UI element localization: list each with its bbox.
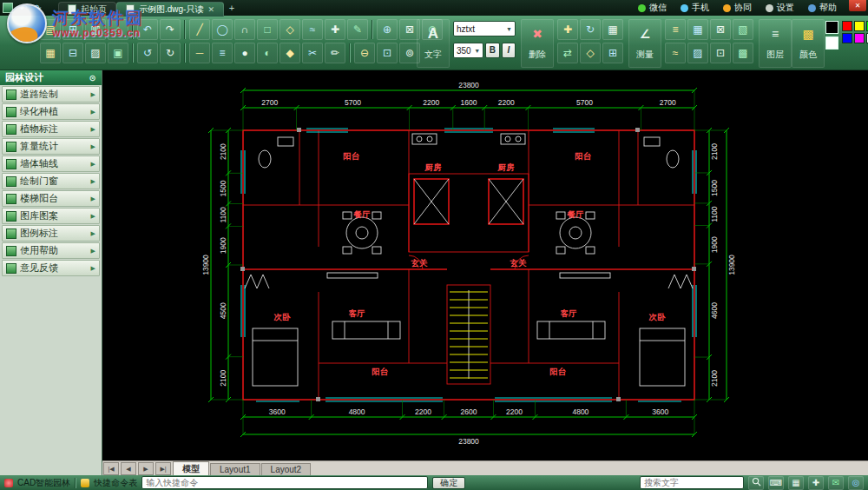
tool-r2-icon-13[interactable]: ✂ [302,43,323,63]
dim-bottom: 2200 [506,407,523,416]
toolbar-separator [184,43,186,63]
tool-r2-icon-0[interactable]: ▦ [40,43,61,63]
plus-icon[interactable]: ✚ [808,476,824,490]
layout-tabbar: |◀ ◀ ▶ ▶| 模型 Layout1 Layout2 [102,460,868,476]
sidebar-item-library-patterns[interactable]: 图库图案 ▶ [2,208,100,224]
tool-r2-icon-6[interactable]: ↻ [160,43,181,63]
sidebar-item-wall-axis[interactable]: 墙体轴线 ▶ [2,156,100,172]
tool-r1-icon-8[interactable]: ╱ [189,19,210,40]
tool-r1-icon-6[interactable]: ↷ [160,19,181,40]
text-tool-label: 文字 [418,48,449,61]
search-icon[interactable] [748,476,764,490]
tool-r1-icon-11[interactable]: □ [257,19,278,40]
view-icon-6[interactable]: ⊡ [710,43,731,63]
tool-r2-icon-10[interactable]: ● [234,43,255,63]
font-size-value: 350 [457,46,471,56]
measure-button[interactable]: ∠ 测量 [628,19,661,68]
view-icon-4[interactable]: ≈ [665,43,686,63]
delete-button[interactable]: ✖ 删除 [521,19,554,68]
tool-r2-icon-17[interactable]: ⊡ [377,43,398,63]
tool-r2-icon-9[interactable]: ≡ [212,43,233,63]
font-family-select[interactable]: hztxt ▼ [453,21,516,36]
sidebar-item-feedback[interactable]: 意见反馈 ▶ [2,260,100,276]
drawing-canvas[interactable]: 2700570022001600220057002700238003600480… [102,70,868,460]
modify-icon-1[interactable]: ↻ [580,19,601,40]
prev-layout-button[interactable]: ◀ [121,462,136,475]
color-swatch-0[interactable] [842,21,852,31]
sidebar-item-help[interactable]: 使用帮助 ▶ [2,242,100,259]
wechat-button[interactable]: 微信 [631,0,674,16]
sidebar-item-plant-annotation[interactable]: 植物标注 ▶ [2,121,100,137]
phone-button[interactable]: 手机 [674,0,716,16]
view-icon-7[interactable]: ▩ [733,43,753,63]
chat-icon[interactable]: ✉ [828,476,844,490]
color-swatch-5[interactable] [854,33,865,43]
tab-layout1[interactable]: Layout1 [210,463,260,475]
ok-button[interactable]: 确定 [432,477,465,489]
tool-r2-icon-11[interactable]: ◐ [257,43,278,63]
sidebar-item-legend-annotation[interactable]: 图例标注 ▶ [2,225,100,242]
globe-icon[interactable]: ◎ [848,476,864,490]
view-icon-0[interactable]: ≡ [665,19,686,40]
view-icon-3[interactable]: ▧ [733,19,753,40]
modify-icon-3[interactable]: ⇄ [557,43,578,63]
tool-r1-icon-9[interactable]: ◯ [212,19,233,40]
view-icon-2[interactable]: ⊠ [710,19,731,40]
next-layout-button[interactable]: ▶ [138,462,154,475]
pin-icon[interactable]: ⊙ [89,73,96,83]
tool-r2-icon-2[interactable]: ▨ [85,43,106,63]
swatch-black[interactable] [825,21,838,34]
sidebar-header: 园林设计 ⊙ [0,70,102,85]
tool-r1-icon-10[interactable]: ∩ [234,19,255,40]
font-size-select[interactable]: 350 ▼ [453,43,483,58]
color-swatch-4[interactable] [842,33,852,43]
settings-button[interactable]: 设置 [759,0,801,16]
first-layout-button[interactable]: |◀ [103,462,119,475]
tab-model[interactable]: 模型 [173,461,209,476]
text-tool-button[interactable]: A 文字 [417,19,450,68]
sidebar-item-road-drawing[interactable]: 道路绘制 ▶ [2,86,100,103]
grid-icon[interactable]: ▦ [788,476,804,490]
button-label: 微信 [649,2,667,14]
shortcut-table-button[interactable]: 快捷命令表 [94,477,137,489]
modify-icon-4[interactable]: ◇ [580,43,601,63]
view-icon-1[interactable]: ▦ [687,19,708,40]
tool-r1-icon-15[interactable]: ✎ [347,19,368,40]
sidebar-item-quantity-statistics[interactable]: 算量统计 ▶ [2,138,100,155]
sidebar-item-greening-planting[interactable]: 绿化种植 ▶ [2,103,100,120]
color-swatch-1[interactable] [854,21,865,31]
tool-r1-icon-17[interactable]: ⊕ [377,19,398,40]
collaborate-button[interactable]: 协同 [716,0,759,16]
tool-r2-icon-16[interactable]: ⊖ [354,43,375,63]
close-tab-icon[interactable]: ✕ [207,5,214,14]
tool-r2-icon-1[interactable]: ⊟ [62,43,83,63]
command-input[interactable] [141,476,428,489]
window-close-button[interactable]: ✕ [849,0,866,11]
search-input[interactable] [640,476,744,489]
tool-r2-icon-8[interactable]: ─ [189,43,210,63]
tool-r2-icon-3[interactable]: ▣ [108,43,128,63]
tool-r1-icon-13[interactable]: ≈ [302,19,323,40]
new-tab-button[interactable]: + [226,3,238,13]
italic-button[interactable]: I [502,43,516,58]
layer-button[interactable]: ≡ 图层 [759,19,792,68]
swatch-white[interactable] [825,36,838,50]
last-layout-button[interactable]: ▶| [155,462,171,475]
tab-layout2[interactable]: Layout2 [261,463,312,475]
tool-r2-icon-14[interactable]: ✏ [325,43,345,63]
modify-icon-0[interactable]: ✚ [557,19,578,40]
bold-button[interactable]: B [485,43,499,58]
tool-r2-icon-12[interactable]: ◆ [279,43,300,63]
keyboard-icon[interactable]: ⌨ [768,476,784,490]
tool-r2-icon-5[interactable]: ↺ [137,43,158,63]
modify-icon-2[interactable]: ▦ [602,19,623,40]
leaf-icon [6,124,16,135]
tool-r1-icon-12[interactable]: ◇ [279,19,300,40]
color-button[interactable]: ▩ 颜色 [792,19,825,68]
sidebar-item-stairs-balcony[interactable]: 楼梯阳台 ▶ [2,190,100,207]
help-button[interactable]: 帮助 [801,0,844,16]
sidebar-item-doors-windows[interactable]: 绘制门窗 ▶ [2,173,100,189]
modify-icon-5[interactable]: ⊞ [602,43,623,63]
tool-r1-icon-14[interactable]: ✚ [325,19,345,40]
view-icon-5[interactable]: ▨ [687,43,708,63]
